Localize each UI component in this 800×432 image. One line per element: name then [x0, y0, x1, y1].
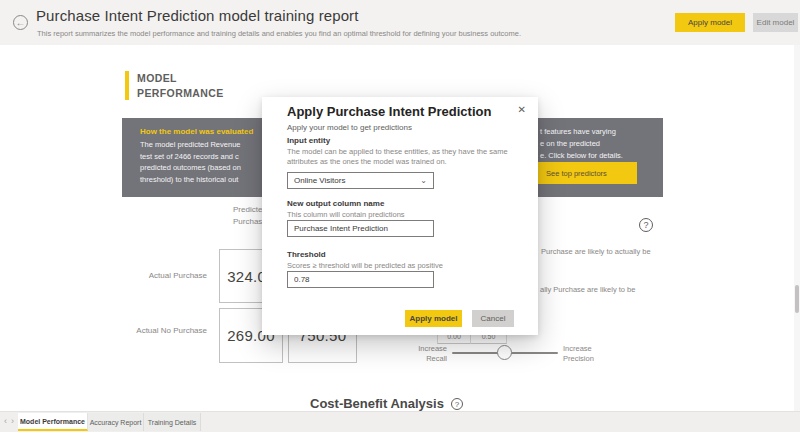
- section-title: MODEL PERFORMANCE: [137, 71, 224, 100]
- matrix-row1-label: Actual Purchase: [97, 271, 207, 280]
- input-entity-description: The model can be applied to these entiti…: [287, 147, 517, 167]
- output-column-input[interactable]: [294, 224, 427, 233]
- threshold-field-wrap: [287, 271, 434, 288]
- matrix-row2-label: Actual No Purchase: [97, 326, 207, 335]
- cost-benefit-heading: Cost-Benefit Analysis?: [310, 396, 463, 411]
- close-icon[interactable]: ✕: [518, 104, 526, 115]
- back-button[interactable]: ←: [13, 15, 28, 30]
- threshold-slider-handle[interactable]: [497, 345, 512, 360]
- cost-benefit-help-icon[interactable]: ?: [451, 398, 463, 410]
- apply-model-header-button[interactable]: Apply model: [675, 13, 745, 32]
- edit-model-header-button[interactable]: Edit model: [753, 13, 798, 32]
- section-accent-bar: [125, 71, 129, 100]
- precision-description-fragment: Purchase are likely to actually be: [541, 247, 651, 256]
- threshold-input[interactable]: [294, 275, 427, 284]
- apply-model-dialog: ✕ Apply Purchase Intent Prediction Apply…: [262, 97, 538, 335]
- threshold-label: Threshold: [287, 250, 326, 259]
- page-title: Purchase Intent Prediction model trainin…: [36, 7, 358, 24]
- input-entity-dropdown[interactable]: Online Visitors ⌄: [287, 172, 434, 189]
- vertical-scrollbar-thumb[interactable]: [795, 285, 799, 313]
- performance-help-icon[interactable]: ?: [639, 218, 653, 232]
- dialog-subtitle: Apply your model to get predictions: [287, 123, 412, 132]
- banner-body-text: The model predicted Revenue test set of …: [140, 139, 241, 185]
- tab-nav-left-icon[interactable]: ‹: [4, 416, 7, 426]
- dialog-title: Apply Purchase Intent Prediction: [287, 104, 491, 119]
- input-entity-label: Input entity: [287, 136, 330, 145]
- tab-training-details[interactable]: Training Details: [144, 413, 201, 431]
- vertical-scrollbar[interactable]: [794, 45, 800, 411]
- apply-model-button[interactable]: Apply model: [405, 310, 462, 327]
- input-entity-value: Online Visitors: [294, 176, 345, 185]
- tab-nav-right-icon[interactable]: ›: [11, 416, 14, 426]
- slider-right-label: Increase Precision: [563, 344, 594, 363]
- tab-accuracy-report[interactable]: Accuracy Report: [88, 413, 144, 431]
- banner-right-text: t features have varying e on the predict…: [540, 126, 623, 162]
- see-top-predictors-button[interactable]: See top predictors: [530, 162, 637, 184]
- report-header: ← Purchase Intent Prediction model train…: [0, 0, 800, 45]
- chevron-down-icon: ⌄: [420, 176, 427, 185]
- page-subtitle: This report summarizes the model perform…: [37, 29, 521, 38]
- banner-heading: How the model was evaluated: [140, 127, 253, 136]
- back-arrow-icon: ←: [16, 17, 26, 28]
- tab-model-performance[interactable]: Model Performance: [18, 413, 88, 431]
- report-tab-bar: ‹ › Model Performance Accuracy Report Tr…: [0, 411, 800, 432]
- output-column-field-wrap: [287, 220, 434, 237]
- slider-left-label: Increase Recall: [367, 344, 447, 363]
- app-window: ← Purchase Intent Prediction model train…: [0, 0, 800, 432]
- recall-description-fragment: ally Purchase are likely to be: [540, 285, 635, 294]
- threshold-description: Scores ≥ threshold will be predicted as …: [287, 261, 517, 271]
- output-column-description: This column will contain predictions: [287, 210, 517, 220]
- cancel-button[interactable]: Cancel: [472, 310, 514, 327]
- output-column-label: New output column name: [287, 199, 384, 208]
